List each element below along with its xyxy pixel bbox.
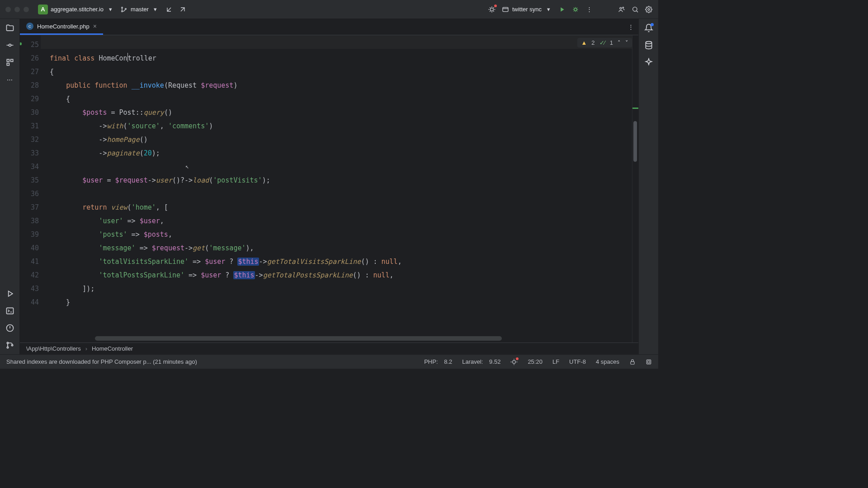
terminal-tool-icon[interactable] — [5, 306, 14, 315]
tab-homecontroller[interactable]: C HomeController.php × — [20, 19, 103, 35]
chevron-up-icon[interactable]: ˄ — [618, 39, 621, 46]
breadcrumb-namespace[interactable]: \App\Http\Controllers — [26, 345, 81, 352]
svg-point-17 — [7, 347, 8, 348]
more-tools-icon[interactable]: ⋯ — [5, 75, 14, 84]
svg-point-9 — [648, 9, 650, 10]
readonly-lock-icon[interactable] — [629, 359, 636, 365]
svg-point-3 — [491, 8, 494, 11]
indent-settings[interactable]: 4 spaces — [596, 358, 619, 365]
branch-icon — [120, 5, 128, 14]
status-bar: Shared indexes are downloaded for PHP Co… — [0, 354, 658, 369]
close-tab-icon[interactable]: × — [93, 23, 97, 30]
vcs-tool-icon[interactable] — [5, 341, 14, 350]
line-gutter: 2526272829303132333435363738394041424344 — [20, 35, 45, 343]
svg-point-1 — [122, 10, 123, 12]
cursor-position[interactable]: 25:20 — [528, 358, 542, 365]
svg-point-20 — [513, 360, 516, 363]
svg-rect-11 — [7, 59, 9, 61]
svg-point-10 — [9, 44, 11, 47]
svg-rect-14 — [6, 308, 13, 314]
warning-icon: ▲ — [581, 39, 587, 46]
close-window[interactable] — [5, 7, 11, 12]
settings-icon[interactable] — [645, 5, 653, 14]
debug-button[interactable] — [571, 5, 580, 14]
branch-name: master — [131, 6, 149, 13]
svg-point-8 — [633, 7, 637, 11]
search-everywhere-icon[interactable] — [631, 5, 639, 14]
svg-rect-22 — [646, 360, 651, 364]
warning-count: 2 — [591, 39, 594, 46]
svg-rect-12 — [10, 59, 13, 61]
window-controls — [5, 7, 29, 12]
svg-rect-4 — [503, 7, 508, 11]
run-config-name: twitter sync — [512, 6, 542, 13]
editor-tabs: C HomeController.php × ⋮ — [20, 19, 638, 35]
editor-minimap[interactable] — [632, 35, 638, 343]
vcs-push-icon[interactable] — [179, 5, 187, 14]
laravel-version[interactable]: Laravel: 9.52 — [462, 358, 500, 365]
commit-tool-icon[interactable] — [5, 41, 14, 50]
tabs-menu-icon[interactable]: ⋮ — [623, 19, 638, 35]
inspection-widget[interactable]: ▲ 2 ✓⁄ 1 ˄ ˅ — [577, 38, 632, 47]
chevron-down-icon: ▾ — [151, 5, 160, 14]
tab-label: HomeController.php — [37, 23, 90, 30]
ai-assistant-icon[interactable] — [644, 58, 653, 67]
pass-count: 1 — [610, 39, 613, 46]
svg-point-16 — [7, 342, 8, 343]
project-badge: A — [38, 5, 48, 14]
database-tool-icon[interactable] — [644, 41, 653, 50]
run-tool-icon[interactable] — [5, 289, 14, 298]
chevron-down-icon[interactable]: ˅ — [625, 39, 628, 46]
maximize-window[interactable] — [24, 7, 29, 12]
project-name: aggregate.stitcher.io — [51, 6, 104, 13]
run-config-icon — [501, 5, 509, 14]
file-encoding[interactable]: UTF-8 — [569, 358, 586, 365]
notifications-icon[interactable] — [644, 23, 653, 33]
chevron-down-icon: ▾ — [544, 5, 552, 14]
ide-errors-icon[interactable] — [488, 5, 496, 14]
right-tool-rail — [638, 19, 658, 354]
code-with-me-icon[interactable] — [618, 5, 626, 14]
chevron-down-icon: ▾ — [106, 5, 114, 14]
svg-point-6 — [620, 7, 622, 9]
left-tool-rail: ⋯ — [0, 19, 20, 354]
breadcrumb-bar: \App\Http\Controllers › HomeController — [20, 343, 638, 354]
code-content[interactable]: final class HomeController { public func… — [45, 35, 632, 343]
line-separator[interactable]: LF — [552, 358, 559, 365]
svg-point-19 — [646, 42, 651, 44]
title-bar: A aggregate.stitcher.io ▾ master ▾ twitt… — [0, 0, 658, 19]
zen-mode-icon[interactable] — [646, 359, 652, 365]
run-button[interactable] — [558, 5, 566, 14]
structure-tool-icon[interactable] — [5, 58, 14, 67]
project-selector[interactable]: A aggregate.stitcher.io ▾ — [38, 5, 114, 14]
svg-rect-13 — [7, 63, 9, 66]
git-branch-selector[interactable]: master ▾ — [120, 5, 160, 14]
minimap-change-marker — [632, 108, 638, 109]
svg-point-7 — [623, 7, 624, 8]
mouse-cursor-icon: ↖ — [185, 160, 189, 174]
breadcrumb-class[interactable]: HomeController — [92, 345, 133, 352]
check-icon: ✓⁄ — [599, 39, 605, 46]
more-actions-icon[interactable]: ⋮ — [585, 5, 593, 14]
horizontal-scrollbar[interactable] — [95, 336, 502, 341]
php-file-icon: C — [26, 23, 33, 30]
minimap-thumb[interactable] — [633, 121, 637, 162]
editor-area: C HomeController.php × ⋮ 252627282930313… — [20, 19, 638, 354]
minimize-window[interactable] — [14, 7, 20, 12]
svg-point-5 — [574, 8, 576, 10]
svg-point-18 — [11, 344, 13, 346]
vcs-pull-icon[interactable] — [165, 5, 173, 14]
svg-rect-21 — [631, 361, 634, 364]
project-tool-icon[interactable] — [5, 23, 14, 33]
status-message[interactable]: Shared indexes are downloaded for PHP Co… — [6, 358, 197, 365]
code-editor[interactable]: 2526272829303132333435363738394041424344… — [20, 35, 638, 343]
svg-rect-23 — [648, 361, 650, 363]
chevron-right-icon: › — [85, 345, 87, 352]
php-version[interactable]: PHP: 8.2 — [424, 358, 452, 365]
status-inspection-icon[interactable] — [510, 358, 518, 366]
svg-point-0 — [122, 7, 123, 8]
svg-point-2 — [125, 8, 127, 9]
problems-tool-icon[interactable] — [5, 324, 14, 333]
run-config-selector[interactable]: twitter sync ▾ — [501, 5, 552, 14]
